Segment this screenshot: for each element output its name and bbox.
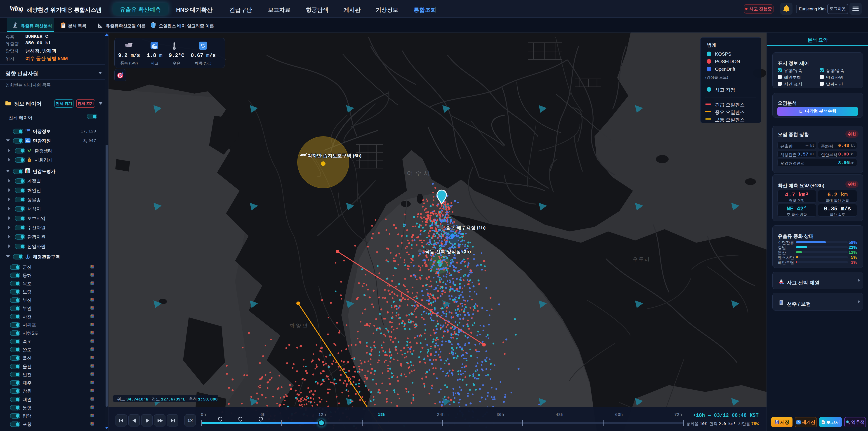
svg-text:여수시: 여수시	[407, 170, 432, 177]
svg-text:우두리: 우두리	[633, 256, 651, 262]
svg-text:화양면: 화양면	[289, 322, 309, 329]
svg-text:여자만 습지보호구역 (6h): 여자만 습지보호구역 (6h)	[307, 153, 362, 158]
svg-text:종포 해수욕장 (1h): 종포 해수욕장 (1h)	[446, 225, 486, 230]
svg-text:국동 전복 양식장 (3h): 국동 전복 양식장 (3h)	[425, 249, 471, 254]
svg-text:$: $	[29, 159, 30, 162]
